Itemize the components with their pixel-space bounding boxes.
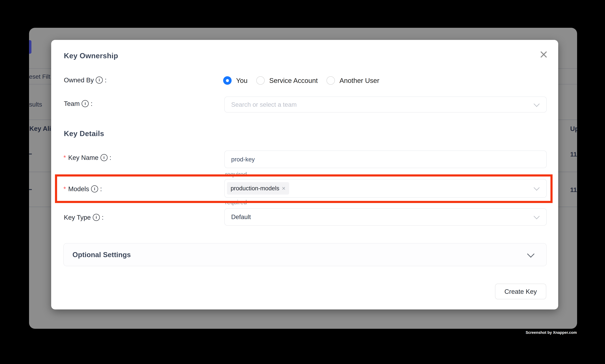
info-icon[interactable]: i [93, 214, 100, 221]
table-cell-dash [29, 154, 32, 155]
tag-remove-icon[interactable]: × [282, 185, 286, 192]
table-cell-date: 11/ [570, 186, 577, 194]
key-name-label: * Key Name i : [64, 154, 111, 161]
owned-by-radio-group: You Service Account Another User [223, 76, 379, 85]
key-type-value: Default [225, 213, 251, 221]
key-type-label: Key Type i : [64, 214, 103, 221]
team-select[interactable]: Search or select a team [224, 97, 547, 113]
info-icon[interactable]: i [91, 185, 98, 193]
models-select[interactable]: production-models × [224, 179, 547, 198]
models-tag-label: production-models [231, 185, 279, 192]
radio-unselected-icon[interactable] [256, 76, 265, 85]
screenshot-stage: eset Filt sults Key Alia Up 11/ 11/ Key … [0, 0, 605, 364]
required-asterisk: * [64, 185, 66, 193]
radio-unselected-icon[interactable] [326, 76, 335, 85]
key-name-input[interactable]: prod-key [224, 151, 547, 168]
create-key-button[interactable]: Create Key [495, 284, 546, 299]
chevron-down-icon [534, 185, 540, 191]
owned-by-label: Owned By i : [64, 76, 107, 84]
radio-option-service-account[interactable]: Service Account [256, 76, 318, 85]
chevron-down-icon [527, 250, 534, 258]
column-header-updated: Up [570, 125, 577, 132]
table-cell-date: 11/ [570, 151, 577, 158]
models-required-hint: required [225, 199, 247, 206]
team-select-placeholder: Search or select a team [225, 101, 297, 108]
radio-selected-icon[interactable] [223, 76, 232, 85]
chevron-down-icon [534, 101, 540, 107]
reset-filters-button-partial: eset Filt [29, 73, 50, 80]
radio-option-you[interactable]: You [223, 76, 247, 85]
info-icon[interactable]: i [101, 154, 108, 161]
models-label: * Models i : [64, 185, 102, 193]
create-key-modal: Key Ownership Owned By i : You Service A… [51, 40, 558, 310]
info-icon[interactable]: i [82, 100, 89, 107]
team-label: Team i : [64, 100, 92, 107]
chevron-down-icon [534, 213, 540, 219]
watermark-credit: Screenshot by Xnapper.com [526, 330, 577, 335]
required-asterisk: * [64, 154, 66, 161]
models-tag: production-models × [227, 182, 289, 195]
table-cell-dash [29, 189, 32, 190]
create-key-button-partial [29, 40, 31, 54]
key-name-value: prod-key [225, 156, 255, 163]
optional-settings-title: Optional Settings [72, 251, 131, 259]
column-header-key-alias: Key Alia [29, 125, 55, 132]
radio-option-another-user[interactable]: Another User [326, 76, 379, 85]
results-count-partial: sults [29, 101, 42, 108]
section-title-key-ownership: Key Ownership [64, 52, 118, 60]
optional-settings-section[interactable]: Optional Settings [64, 243, 547, 266]
key-type-select[interactable]: Default [224, 208, 547, 226]
key-name-required-hint: required [225, 171, 247, 178]
close-icon[interactable] [540, 51, 547, 58]
section-title-key-details: Key Details [64, 129, 104, 138]
info-icon[interactable]: i [96, 77, 103, 84]
